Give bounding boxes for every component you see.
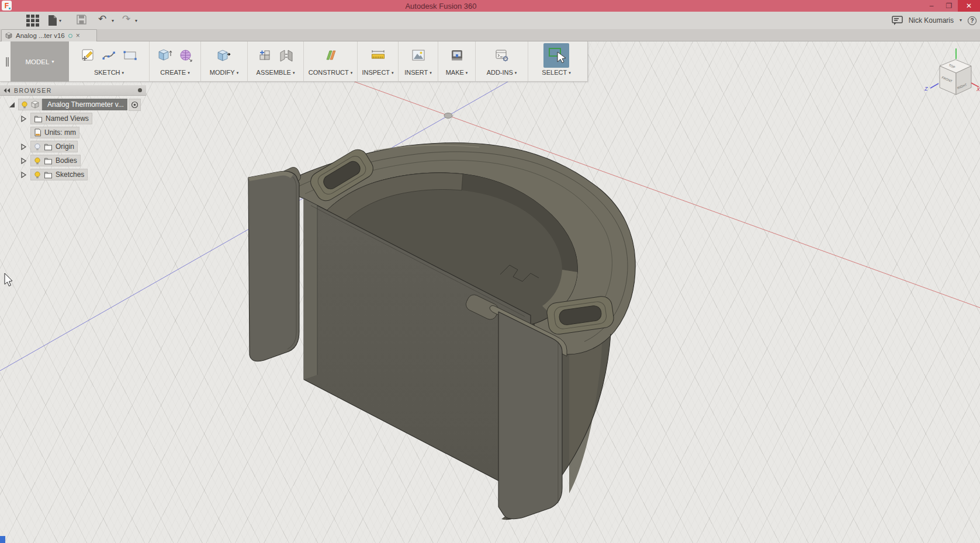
chevron-down-icon: ▾	[351, 71, 353, 75]
spline-icon[interactable]	[102, 48, 117, 63]
tree-row-named-views[interactable]: Named Views	[0, 112, 146, 126]
group-label-modify[interactable]: MODIFY	[210, 69, 235, 76]
collapse-panel-icon[interactable]	[4, 88, 11, 93]
minimize-button[interactable]: –	[923, 0, 940, 12]
tree-row-root[interactable]: Analog Thermometer v...	[0, 98, 146, 112]
ribbon-group-construct: CONSTRUCT▾	[304, 41, 358, 81]
origin-marker[interactable]	[444, 113, 452, 119]
tree-item-chip[interactable]: Sketches	[30, 169, 88, 180]
chevron-down-icon: ▾	[466, 71, 468, 75]
panel-options-icon[interactable]	[137, 88, 143, 93]
ribbon-group-select: SELECT▾	[528, 41, 584, 81]
window-title: Autodesk Fusion 360	[0, 2, 923, 11]
collapsed-arrow-icon[interactable]	[20, 115, 27, 123]
help-icon[interactable]: ?	[968, 16, 976, 25]
tree-row-sketches[interactable]: Sketches	[0, 168, 146, 182]
visibility-bulb-icon[interactable]	[34, 171, 41, 179]
workspace-switcher[interactable]: MODEL ▾	[11, 41, 69, 82]
group-label-construct[interactable]: CONSTRUCT	[309, 69, 349, 76]
mouse-cursor	[5, 273, 12, 286]
tree-item-chip[interactable]: Named Views	[30, 113, 92, 124]
create-form-icon[interactable]	[178, 48, 193, 63]
tree-row-units[interactable]: Units: mm	[0, 126, 146, 140]
save-icon[interactable]	[77, 15, 86, 25]
tree-row-bodies[interactable]: Bodies	[0, 154, 146, 168]
collapsed-arrow-icon[interactable]	[20, 157, 27, 165]
folder-icon	[44, 171, 53, 179]
collapsed-arrow-icon[interactable]	[20, 143, 27, 151]
notifications-comment-icon[interactable]	[892, 16, 903, 25]
document-tab[interactable]: Analog ...ter v16 ×	[1, 29, 97, 41]
ribbon-group-addins: ADD-INS▾	[476, 41, 528, 81]
chevron-down-icon: ▾	[122, 71, 124, 75]
file-menu-caret-icon[interactable]: ▾	[59, 19, 61, 23]
toolbar-handle-icon[interactable]	[6, 57, 9, 67]
select-tool-icon	[545, 44, 568, 67]
undo-caret-icon[interactable]: ▾	[112, 19, 114, 23]
group-label-sketch[interactable]: SKETCH	[94, 69, 120, 76]
new-component-icon[interactable]	[258, 48, 273, 63]
viewport-3d-scene[interactable]: TOP FRONT RIGHT Z X	[0, 41, 980, 543]
chevron-down-icon: ▾	[188, 71, 190, 75]
model-side-highlight	[569, 342, 602, 493]
group-label-create[interactable]: CREATE	[160, 69, 186, 76]
tree-item-label: Origin	[56, 142, 74, 151]
tab-close-button[interactable]: ×	[76, 32, 80, 39]
visibility-bulb-off-icon[interactable]	[34, 143, 41, 151]
visibility-bulb-icon[interactable]	[34, 157, 41, 165]
z-axis-label: Z	[924, 86, 928, 92]
window-titlebar[interactable]: F Autodesk Fusion 360 – ❐ ✕	[0, 0, 980, 12]
3d-print-icon[interactable]	[449, 48, 465, 63]
z-axis-indicator	[930, 83, 939, 88]
tree-row-origin[interactable]: Origin	[0, 140, 146, 154]
chevron-down-icon: ▾	[515, 71, 517, 75]
construction-plane-icon[interactable]	[323, 48, 338, 63]
maximize-button[interactable]: ❐	[940, 0, 958, 12]
press-pull-icon[interactable]	[216, 48, 232, 63]
redo-button[interactable]: ↷	[122, 13, 130, 26]
tree-item-chip[interactable]: Origin	[30, 141, 78, 152]
joint-icon[interactable]	[279, 48, 294, 63]
quick-access-toolbar: ▾ ↶ ▾ ↷ ▾ Nick Koumaris ▾ ?	[0, 12, 980, 29]
collapsed-arrow-icon[interactable]	[20, 171, 27, 179]
browser-header[interactable]: BROWSER	[0, 85, 146, 96]
model-right-wing	[498, 312, 562, 519]
undo-button[interactable]: ↶	[98, 13, 106, 26]
group-label-make[interactable]: MAKE	[446, 69, 464, 76]
user-account-name[interactable]: Nick Koumaris	[909, 16, 954, 25]
create-sketch-icon[interactable]	[81, 48, 96, 63]
tree-item-chip[interactable]: Units: mm	[30, 127, 79, 138]
close-button[interactable]: ✕	[958, 0, 980, 12]
redo-caret-icon[interactable]: ▾	[135, 19, 137, 23]
extrude-box-icon[interactable]	[157, 48, 172, 63]
root-icons-chip	[18, 99, 42, 110]
folder-icon	[44, 143, 53, 151]
group-label-assemble[interactable]: ASSEMBLE	[257, 69, 291, 76]
file-menu-icon[interactable]	[48, 15, 57, 26]
component-cube-icon	[31, 100, 39, 109]
activate-component-chip[interactable]	[129, 99, 141, 111]
user-menu-caret-icon[interactable]: ▾	[960, 18, 962, 23]
group-label-addins[interactable]: ADD-INS	[487, 69, 513, 76]
scripts-addins-icon[interactable]	[494, 48, 510, 63]
group-label-select[interactable]: SELECT	[542, 69, 567, 76]
model-body[interactable]	[248, 143, 635, 520]
tree-item-label: Units: mm	[44, 128, 76, 137]
app-grid-icon[interactable]	[26, 15, 40, 27]
group-label-insert[interactable]: INSERT	[404, 69, 428, 76]
tree-item-chip[interactable]: Bodies	[30, 155, 81, 166]
insert-image-icon[interactable]	[411, 48, 426, 63]
viewcube[interactable]: TOP FRONT RIGHT Z X	[924, 48, 980, 95]
measure-icon[interactable]	[370, 48, 386, 63]
group-label-inspect[interactable]: INSPECT	[362, 69, 390, 76]
folder-icon	[34, 115, 43, 123]
rectangle-tool-icon[interactable]	[123, 48, 138, 63]
visibility-bulb-icon[interactable]	[21, 101, 28, 109]
expanded-arrow-icon[interactable]	[8, 101, 16, 109]
root-document-label[interactable]: Analog Thermometer v...	[42, 99, 127, 110]
document-tab-bar: Analog ...ter v16 ×	[0, 29, 980, 41]
select-tool-active[interactable]	[543, 43, 569, 68]
x-axis-label: X	[976, 86, 980, 92]
tree-item-label: Bodies	[56, 156, 77, 165]
activate-radio-icon[interactable]	[131, 101, 138, 109]
